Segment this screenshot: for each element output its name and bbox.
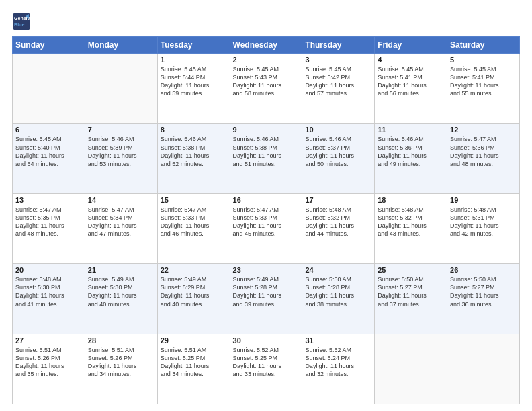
calendar-day-header: Saturday (447, 37, 520, 54)
calendar-day-cell: 27Sunrise: 5:51 AM Sunset: 5:26 PM Dayli… (13, 334, 85, 404)
calendar-day-cell: 17Sunrise: 5:48 AM Sunset: 5:32 PM Dayli… (302, 193, 375, 263)
day-number: 18 (378, 196, 444, 204)
day-number: 7 (88, 126, 154, 134)
day-info: Sunrise: 5:48 AM Sunset: 5:31 PM Dayligh… (450, 205, 517, 238)
calendar-day-cell: 15Sunrise: 5:47 AM Sunset: 5:33 PM Dayli… (157, 193, 230, 263)
day-info: Sunrise: 5:51 AM Sunset: 5:26 PM Dayligh… (15, 346, 82, 379)
day-number: 10 (305, 126, 371, 134)
day-info: Sunrise: 5:48 AM Sunset: 5:32 PM Dayligh… (305, 205, 371, 238)
calendar-day-cell: 7Sunrise: 5:46 AM Sunset: 5:39 PM Daylig… (85, 124, 157, 193)
day-number: 11 (378, 126, 444, 134)
day-info: Sunrise: 5:47 AM Sunset: 5:33 PM Dayligh… (161, 205, 227, 238)
day-info: Sunrise: 5:45 AM Sunset: 5:40 PM Dayligh… (15, 135, 82, 168)
day-info: Sunrise: 5:45 AM Sunset: 5:43 PM Dayligh… (233, 65, 300, 98)
calendar-day-cell (375, 334, 447, 404)
day-number: 23 (233, 266, 300, 274)
calendar-week-row: 1Sunrise: 5:45 AM Sunset: 5:44 PM Daylig… (13, 54, 520, 124)
calendar-day-header: Wednesday (230, 37, 302, 54)
day-number: 22 (161, 266, 227, 274)
day-info: Sunrise: 5:48 AM Sunset: 5:30 PM Dayligh… (15, 275, 82, 308)
calendar-day-header: Monday (85, 37, 157, 54)
day-number: 21 (88, 266, 154, 274)
day-info: Sunrise: 5:46 AM Sunset: 5:37 PM Dayligh… (305, 135, 371, 168)
calendar-day-cell: 22Sunrise: 5:49 AM Sunset: 5:29 PM Dayli… (157, 264, 230, 334)
calendar-day-cell: 2Sunrise: 5:45 AM Sunset: 5:43 PM Daylig… (230, 54, 302, 124)
day-number: 31 (305, 336, 371, 345)
day-number: 12 (450, 126, 517, 134)
calendar-day-cell: 1Sunrise: 5:45 AM Sunset: 5:44 PM Daylig… (157, 54, 230, 124)
day-number: 5 (450, 56, 517, 64)
calendar-day-cell: 16Sunrise: 5:47 AM Sunset: 5:33 PM Dayli… (230, 193, 302, 263)
calendar-table: SundayMondayTuesdayWednesdayThursdayFrid… (12, 36, 520, 404)
day-info: Sunrise: 5:46 AM Sunset: 5:39 PM Dayligh… (88, 135, 154, 168)
calendar-day-cell: 6Sunrise: 5:45 AM Sunset: 5:40 PM Daylig… (13, 124, 85, 193)
day-info: Sunrise: 5:52 AM Sunset: 5:25 PM Dayligh… (233, 346, 300, 379)
calendar-week-row: 27Sunrise: 5:51 AM Sunset: 5:26 PM Dayli… (13, 334, 520, 404)
day-number: 28 (88, 336, 154, 345)
day-number: 20 (15, 266, 82, 274)
day-number: 24 (305, 266, 371, 274)
day-info: Sunrise: 5:47 AM Sunset: 5:33 PM Dayligh… (233, 205, 300, 238)
calendar-day-cell: 11Sunrise: 5:46 AM Sunset: 5:36 PM Dayli… (375, 124, 447, 193)
header: General Blue (12, 12, 520, 31)
day-info: Sunrise: 5:45 AM Sunset: 5:42 PM Dayligh… (305, 65, 371, 98)
calendar-day-cell: 20Sunrise: 5:48 AM Sunset: 5:30 PM Dayli… (13, 264, 85, 334)
calendar-day-cell: 28Sunrise: 5:51 AM Sunset: 5:26 PM Dayli… (85, 334, 157, 404)
calendar-day-cell: 5Sunrise: 5:45 AM Sunset: 5:41 PM Daylig… (447, 54, 520, 124)
calendar-day-cell: 3Sunrise: 5:45 AM Sunset: 5:42 PM Daylig… (302, 54, 375, 124)
day-info: Sunrise: 5:47 AM Sunset: 5:34 PM Dayligh… (88, 205, 154, 238)
day-number: 19 (450, 196, 517, 204)
day-info: Sunrise: 5:50 AM Sunset: 5:27 PM Dayligh… (378, 275, 444, 308)
calendar-day-header: Tuesday (157, 37, 230, 54)
day-info: Sunrise: 5:48 AM Sunset: 5:32 PM Dayligh… (378, 205, 444, 238)
day-number: 1 (161, 56, 227, 64)
day-number: 3 (305, 56, 371, 64)
day-number: 4 (378, 56, 444, 64)
day-number: 25 (378, 266, 444, 274)
day-info: Sunrise: 5:45 AM Sunset: 5:44 PM Dayligh… (161, 65, 227, 98)
day-info: Sunrise: 5:49 AM Sunset: 5:28 PM Dayligh… (233, 275, 300, 308)
calendar-day-cell: 13Sunrise: 5:47 AM Sunset: 5:35 PM Dayli… (13, 193, 85, 263)
day-number: 9 (233, 126, 300, 134)
calendar-header-row: SundayMondayTuesdayWednesdayThursdayFrid… (13, 37, 520, 54)
day-number: 6 (15, 126, 82, 134)
day-info: Sunrise: 5:45 AM Sunset: 5:41 PM Dayligh… (378, 65, 444, 98)
day-info: Sunrise: 5:51 AM Sunset: 5:25 PM Dayligh… (161, 346, 227, 379)
calendar-day-cell: 25Sunrise: 5:50 AM Sunset: 5:27 PM Dayli… (375, 264, 447, 334)
calendar-day-cell (447, 334, 520, 404)
day-info: Sunrise: 5:45 AM Sunset: 5:41 PM Dayligh… (450, 65, 517, 98)
calendar-day-cell: 24Sunrise: 5:50 AM Sunset: 5:28 PM Dayli… (302, 264, 375, 334)
calendar-day-cell: 31Sunrise: 5:52 AM Sunset: 5:24 PM Dayli… (302, 334, 375, 404)
day-info: Sunrise: 5:49 AM Sunset: 5:30 PM Dayligh… (88, 275, 154, 308)
day-info: Sunrise: 5:46 AM Sunset: 5:38 PM Dayligh… (233, 135, 300, 168)
day-number: 29 (161, 336, 227, 345)
day-number: 8 (161, 126, 227, 134)
day-info: Sunrise: 5:52 AM Sunset: 5:24 PM Dayligh… (305, 346, 371, 379)
calendar-day-cell: 29Sunrise: 5:51 AM Sunset: 5:25 PM Dayli… (157, 334, 230, 404)
calendar-day-cell: 21Sunrise: 5:49 AM Sunset: 5:30 PM Dayli… (85, 264, 157, 334)
day-info: Sunrise: 5:50 AM Sunset: 5:27 PM Dayligh… (450, 275, 517, 308)
calendar-week-row: 20Sunrise: 5:48 AM Sunset: 5:30 PM Dayli… (13, 264, 520, 334)
calendar-day-cell: 8Sunrise: 5:46 AM Sunset: 5:38 PM Daylig… (157, 124, 230, 193)
calendar-day-cell: 12Sunrise: 5:47 AM Sunset: 5:36 PM Dayli… (447, 124, 520, 193)
day-info: Sunrise: 5:46 AM Sunset: 5:36 PM Dayligh… (378, 135, 444, 168)
day-info: Sunrise: 5:49 AM Sunset: 5:29 PM Dayligh… (161, 275, 227, 308)
page: General Blue SundayMondayTuesdayWednesda… (0, 0, 532, 411)
day-number: 27 (15, 336, 82, 345)
calendar-day-cell: 4Sunrise: 5:45 AM Sunset: 5:41 PM Daylig… (375, 54, 447, 124)
day-number: 26 (450, 266, 517, 274)
day-info: Sunrise: 5:46 AM Sunset: 5:38 PM Dayligh… (161, 135, 227, 168)
logo-icon: General Blue (12, 12, 31, 31)
day-info: Sunrise: 5:50 AM Sunset: 5:28 PM Dayligh… (305, 275, 371, 308)
calendar-day-cell: 30Sunrise: 5:52 AM Sunset: 5:25 PM Dayli… (230, 334, 302, 404)
calendar-day-cell: 23Sunrise: 5:49 AM Sunset: 5:28 PM Dayli… (230, 264, 302, 334)
svg-text:Blue: Blue (14, 22, 24, 27)
day-info: Sunrise: 5:47 AM Sunset: 5:35 PM Dayligh… (15, 205, 82, 238)
day-number: 16 (233, 196, 300, 204)
calendar-day-cell: 26Sunrise: 5:50 AM Sunset: 5:27 PM Dayli… (447, 264, 520, 334)
day-number: 14 (88, 196, 154, 204)
calendar-day-header: Thursday (302, 37, 375, 54)
calendar-day-cell: 19Sunrise: 5:48 AM Sunset: 5:31 PM Dayli… (447, 193, 520, 263)
calendar-day-cell (13, 54, 85, 124)
calendar-day-cell: 14Sunrise: 5:47 AM Sunset: 5:34 PM Dayli… (85, 193, 157, 263)
